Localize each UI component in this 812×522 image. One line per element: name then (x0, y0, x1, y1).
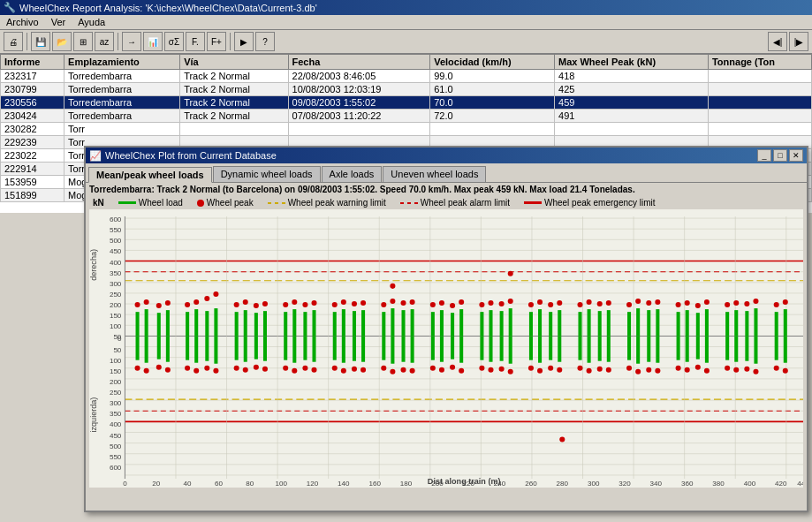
svg-text:340: 340 (650, 480, 663, 486)
svg-rect-116 (686, 310, 689, 336)
svg-point-270 (557, 367, 562, 373)
svg-rect-207 (451, 336, 454, 359)
svg-point-271 (577, 366, 582, 371)
legend-wheel-peak: Wheel peak (197, 198, 254, 208)
svg-rect-90 (361, 310, 365, 336)
chart-button[interactable]: 📊 (143, 32, 163, 51)
svg-text:180: 180 (400, 480, 413, 486)
plot-window: 📈 WheelChex Plot from Current Database _… (84, 146, 808, 512)
svg-text:550: 550 (110, 453, 122, 461)
svg-rect-106 (558, 310, 561, 336)
svg-point-126 (144, 299, 149, 305)
svg-point-273 (597, 367, 603, 372)
svg-point-165 (626, 302, 632, 307)
plot-maximize-button[interactable]: □ (773, 149, 787, 162)
menu-ayuda[interactable]: Ayuda (75, 16, 108, 28)
svg-point-130 (194, 299, 199, 305)
sort-button[interactable]: az (95, 32, 114, 51)
svg-rect-111 (627, 312, 631, 336)
table-cell: 232317 (1, 70, 65, 83)
svg-text:60: 60 (215, 480, 223, 486)
svg-point-152 (459, 299, 464, 305)
tab-uneven[interactable]: Uneven wheel loads (383, 166, 486, 182)
svg-point-140 (311, 300, 316, 306)
svg-rect-89 (353, 311, 356, 336)
svg-text:350: 350 (110, 410, 122, 418)
table-row[interactable]: 230282Torr (1, 123, 812, 136)
table-cell: 10/08/2003 12:03:19 (288, 83, 430, 96)
play-button[interactable]: ▶ (234, 32, 254, 51)
svg-point-288 (783, 368, 788, 374)
svg-point-242 (213, 368, 218, 374)
svg-point-163 (597, 301, 603, 306)
svg-rect-214 (538, 336, 542, 362)
svg-point-245 (254, 365, 259, 370)
help-button[interactable]: ? (255, 32, 275, 51)
f-button[interactable]: F. (186, 32, 205, 51)
svg-point-170 (685, 300, 690, 306)
svg-point-147 (400, 300, 406, 306)
svg-rect-221 (627, 336, 631, 359)
nav-back[interactable]: ◀| (768, 32, 787, 51)
svg-text:500: 500 (110, 443, 122, 450)
svg-rect-105 (549, 312, 552, 336)
legend-wheel-peak-dot (197, 200, 204, 207)
svg-point-278 (655, 368, 660, 374)
tab-axle[interactable]: Axle loads (322, 166, 383, 182)
svg-text:250: 250 (110, 291, 122, 299)
svg-rect-230 (734, 336, 738, 361)
svg-point-171 (695, 303, 701, 308)
svg-text:0: 0 (123, 480, 127, 486)
plot-minimize-button[interactable]: _ (757, 149, 771, 162)
arrow-button[interactable]: → (122, 32, 141, 51)
svg-point-131 (204, 296, 209, 301)
menu-archivo[interactable]: Archivo (4, 16, 42, 28)
svg-rect-201 (382, 336, 385, 359)
svg-rect-95 (431, 312, 435, 336)
svg-point-172 (704, 299, 710, 305)
svg-point-148 (410, 299, 415, 305)
svg-point-145 (381, 302, 386, 307)
svg-text:200: 200 (110, 301, 122, 309)
svg-rect-227 (696, 336, 700, 359)
table-cell (708, 110, 811, 123)
svg-rect-86 (313, 310, 316, 336)
svg-point-143 (352, 301, 357, 306)
chart-svg: 600 550 500 450 400 350 300 250 200 150 … (89, 209, 803, 486)
title-bar: 🔧 WheelChex Report Analysis: 'K:\ichex\W… (0, 0, 812, 15)
table-cell: 222914 (1, 163, 65, 176)
table-cell: Track 2 Normal (180, 96, 288, 110)
svg-point-156 (508, 299, 513, 304)
plot-title-bar[interactable]: 📈 WheelChex Plot from Current Database _… (86, 148, 807, 163)
fx-button[interactable]: F+ (207, 32, 226, 51)
svg-point-146 (390, 299, 395, 304)
svg-rect-77 (205, 311, 209, 336)
table-row[interactable]: 232317TorredembarraTrack 2 Normal22/08/2… (1, 70, 812, 83)
nav-fwd[interactable]: |▶ (789, 32, 808, 51)
table-cell: 99.0 (430, 70, 555, 83)
table-row[interactable]: 230799TorredembarraTrack 2 Normal10/08/2… (1, 83, 812, 96)
svg-rect-104 (538, 309, 542, 336)
svg-rect-192 (263, 336, 267, 360)
table-row[interactable]: 230424TorredembarraTrack 2 Normal07/08/2… (1, 110, 812, 123)
svg-text:300: 300 (110, 399, 122, 407)
menu-ver[interactable]: Ver (49, 16, 69, 28)
save-button[interactable]: 💾 (31, 32, 50, 51)
plot-close-button[interactable]: ✕ (789, 149, 803, 162)
table-row[interactable]: 230556TorredembarraTrack 2 Normal09/08/2… (1, 96, 812, 110)
col-via: Vía (180, 55, 288, 70)
svg-point-260 (439, 367, 444, 373)
tab-dynamic[interactable]: Dynamic wheel loads (213, 166, 321, 182)
open-button[interactable]: 📂 (52, 32, 72, 51)
tabs-container: Mean/peak wheel loads Dynamic wheel load… (86, 163, 807, 182)
svg-text:40: 40 (184, 480, 192, 486)
svg-point-155 (499, 301, 505, 306)
legend-wheel-load: Wheel load (118, 198, 183, 208)
svg-rect-185 (186, 336, 189, 359)
grid-button[interactable]: ⊞ (73, 32, 93, 51)
tab-mean-peak[interactable]: Mean/peak wheel loads (88, 167, 212, 183)
chart-area: 600 550 500 450 400 350 300 250 200 150 … (89, 209, 803, 488)
print-button[interactable]: 🖨 (4, 32, 23, 51)
table-cell: Track 2 Normal (180, 110, 288, 123)
sigma-button[interactable]: σΣ (164, 32, 184, 51)
